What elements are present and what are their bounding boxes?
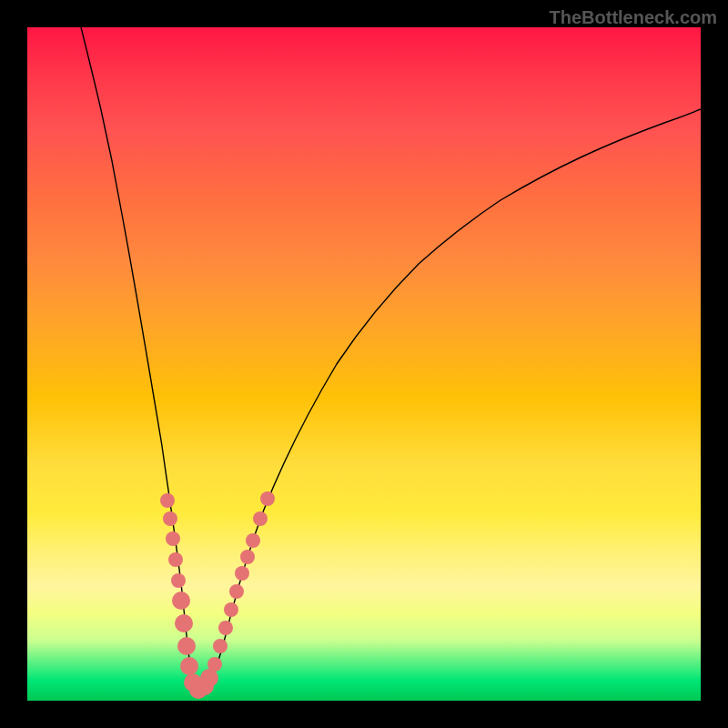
svg-point-13: [207, 657, 222, 672]
data-markers: [160, 491, 275, 699]
svg-point-19: [240, 550, 255, 564]
svg-point-20: [246, 533, 260, 548]
svg-point-2: [166, 531, 180, 546]
svg-point-18: [235, 566, 249, 581]
bottleneck-curve: [81, 27, 701, 693]
svg-point-4: [171, 573, 186, 588]
chart-svg: [27, 27, 701, 701]
svg-point-8: [180, 657, 198, 675]
svg-point-0: [160, 493, 175, 508]
svg-point-11: [196, 677, 214, 695]
svg-point-21: [253, 511, 268, 526]
chart-plot-area: [27, 27, 701, 701]
svg-point-7: [177, 637, 196, 655]
svg-point-9: [184, 673, 202, 692]
svg-point-12: [200, 669, 218, 687]
svg-point-15: [218, 621, 233, 635]
svg-point-5: [172, 592, 190, 610]
svg-point-10: [189, 681, 207, 699]
watermark-text: TheBottleneck.com: [550, 7, 717, 28]
svg-point-14: [213, 639, 228, 653]
svg-point-16: [224, 602, 238, 617]
svg-point-1: [163, 511, 177, 526]
svg-point-17: [229, 584, 244, 599]
svg-point-3: [168, 552, 183, 567]
svg-point-6: [175, 614, 193, 632]
svg-point-22: [260, 491, 275, 506]
